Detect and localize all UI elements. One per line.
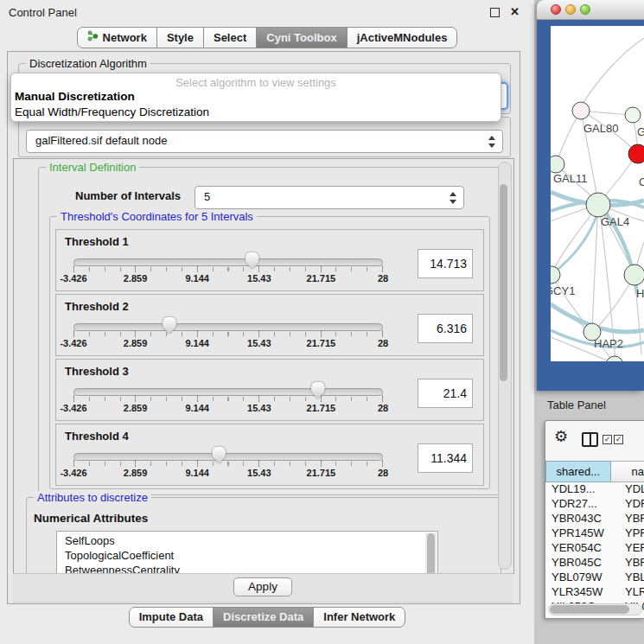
table-data-combobox[interactable]: galFiltered.sif default node xyxy=(26,130,503,153)
threshold-slider[interactable]: -3.4262.8599.14415.4321.71528 xyxy=(73,317,383,352)
attributes-group: Attributes to discretize Numerical Attri… xyxy=(26,497,501,574)
tick-label: 15.43 xyxy=(247,338,271,348)
slider-thumb-shape xyxy=(163,317,176,334)
stepper-arrows-icon[interactable] xyxy=(450,192,456,204)
checkbox-icon[interactable]: ✓ xyxy=(614,435,623,444)
tab-jactivemnodules-label: jActiveMNodules xyxy=(357,31,448,44)
bottom-tab-discretize-data[interactable]: Discretize Data xyxy=(213,607,314,628)
slider-thumb[interactable] xyxy=(245,252,259,269)
tick-label: -3.426 xyxy=(60,403,86,413)
network-node[interactable] xyxy=(625,107,641,123)
threshold-value-input[interactable]: 11.344 xyxy=(418,443,473,473)
slider-minor-ticks xyxy=(73,332,383,336)
slider-thumb[interactable] xyxy=(163,317,176,334)
tab-style[interactable]: Style xyxy=(156,27,204,48)
tab-select[interactable]: Select xyxy=(203,27,257,48)
list-scrollbar[interactable] xyxy=(425,532,437,574)
tab-style-label: Style xyxy=(167,31,194,44)
checkbox-icons[interactable]: ✓ ✓ xyxy=(603,435,623,444)
table-rows: YDL19...YDL1YDR27...YDR2YBR043CYBR0YPR14… xyxy=(546,482,644,618)
network-node-h[interactable] xyxy=(624,265,644,285)
table-cell-shared-name: YPR145W xyxy=(546,526,618,541)
table-panel-title: Table Panel xyxy=(547,399,606,411)
algorithm-dropdown-popup: Select algorithm to view settings Manual… xyxy=(10,73,501,122)
dropdown-option-manual-discretization[interactable]: Manual Discretization xyxy=(11,89,501,105)
threshold-value-input[interactable]: 6.316 xyxy=(418,314,473,343)
threshold-slider[interactable]: -3.4262.8599.14415.4321.71528 xyxy=(73,447,383,481)
network-edge xyxy=(595,276,634,330)
thresholds-group-title: Threshold's Coordinates for 5 Intervals xyxy=(57,210,257,223)
stepper-arrows-icon[interactable] xyxy=(488,136,495,148)
network-node-gal4[interactable] xyxy=(586,193,610,217)
table-row[interactable]: YBR043CYBR0 xyxy=(546,512,644,526)
float-window-icon[interactable] xyxy=(490,8,500,17)
checkbox-icon[interactable]: ✓ xyxy=(603,435,612,444)
right-region: GAL80 GAL11 GAL4 GCY1 HAP2 G C H Table P… xyxy=(534,0,644,644)
threshold-slider[interactable]: -3.4262.8599.14415.4321.71528 xyxy=(73,382,383,417)
slider-tick-labels: -3.4262.8599.14415.4321.71528 xyxy=(73,468,383,479)
dropdown-option-equal-width-frequency[interactable]: Equal Width/Frequency Discretization xyxy=(11,105,501,120)
threshold-value-input[interactable]: 21.4 xyxy=(418,379,473,408)
apply-button[interactable]: Apply xyxy=(233,577,292,596)
tick-label: -3.426 xyxy=(60,338,86,348)
tab-network-label: Network xyxy=(103,31,147,44)
network-edge xyxy=(583,38,644,104)
top-tab-bar: NetworkStyleSelectCyni ToolboxjActiveMNo… xyxy=(0,27,534,48)
table-row[interactable]: YDL19...YDL1 xyxy=(546,482,644,497)
network-node[interactable] xyxy=(606,356,623,361)
table-row[interactable]: YBL079WYBL0 xyxy=(546,571,644,585)
table-row[interactable]: YPR145WYPR1 xyxy=(546,526,644,541)
network-node-red[interactable] xyxy=(628,144,644,163)
table-data-group: Table Data galFiltered.sif default node xyxy=(18,117,511,157)
bottom-tab-infer-network[interactable]: Infer Network xyxy=(313,607,405,628)
tick-label: 2.859 xyxy=(124,273,148,284)
close-traffic-light-icon[interactable] xyxy=(551,4,561,15)
attribute-list-item[interactable]: TopologicalCoefficient xyxy=(57,548,437,563)
column-layout-icon[interactable] xyxy=(582,432,598,447)
threshold-box-3: Threshold 3-3.4262.8599.14415.4321.71528… xyxy=(55,359,484,421)
table-row[interactable]: YER054CYER0 xyxy=(546,541,644,556)
slider-thumb-shape xyxy=(212,447,226,463)
attribute-list-item[interactable]: SelfLoops xyxy=(57,533,437,548)
table-row[interactable]: YDR27...YDR2 xyxy=(546,497,644,512)
gear-icon[interactable]: ⚙ xyxy=(554,429,568,444)
table-horizontal-scrollbar[interactable] xyxy=(548,603,642,615)
network-canvas[interactable]: GAL80 GAL11 GAL4 GCY1 HAP2 G C H xyxy=(551,26,644,361)
table-cell-shared-name: YBR045C xyxy=(546,556,618,571)
network-node-gal80[interactable] xyxy=(572,102,590,119)
table-row[interactable]: YLR345WYLR3 xyxy=(546,585,644,600)
frame-scrollbar[interactable] xyxy=(498,162,512,570)
tick-label: -3.426 xyxy=(60,273,86,284)
threshold-value-input[interactable]: 14.713 xyxy=(418,249,473,278)
number-of-intervals-combobox[interactable]: 5 xyxy=(194,186,464,209)
slider-thumb[interactable] xyxy=(212,447,226,463)
zoom-traffic-light-icon[interactable] xyxy=(580,4,590,15)
numerical-attributes-label: Numerical Attributes xyxy=(34,512,148,525)
network-window-titlebar[interactable] xyxy=(537,0,644,20)
tab-cyni-toolbox[interactable]: Cyni Toolbox xyxy=(256,27,347,48)
tick-label: 28 xyxy=(378,273,388,284)
tick-label: 2.859 xyxy=(124,468,148,478)
node-label-gal11: GAL11 xyxy=(553,172,588,185)
tick-label: 2.859 xyxy=(124,338,148,348)
slider-minor-ticks xyxy=(73,267,383,271)
tab-jactivemnodules[interactable]: jActiveMNodules xyxy=(347,27,458,48)
tab-network[interactable]: Network xyxy=(77,27,157,48)
slider-thumb[interactable] xyxy=(311,382,325,399)
slider-minor-ticks xyxy=(73,462,383,466)
slider-thumb-shape xyxy=(245,252,259,269)
bottom-tab-impute-data[interactable]: Impute Data xyxy=(129,607,214,628)
column-header-name[interactable]: na xyxy=(611,461,644,482)
threshold-list: Threshold 1-3.4262.8599.14415.4321.71528… xyxy=(50,229,489,486)
thresholds-group: Threshold's Coordinates for 5 Intervals … xyxy=(49,216,490,489)
threshold-box-1: Threshold 1-3.4262.8599.14415.4321.71528… xyxy=(55,229,484,291)
table-row[interactable]: YBR045CYBR0 xyxy=(546,556,644,571)
minimize-traffic-light-icon[interactable] xyxy=(565,4,576,15)
table-data-value: galFiltered.sif default node xyxy=(35,134,167,147)
tick-label: 9.144 xyxy=(185,273,209,284)
node-label-clipped-h: H xyxy=(636,287,644,300)
close-icon[interactable]: ✕ xyxy=(510,5,520,18)
network-node-gal11[interactable] xyxy=(551,156,564,173)
column-header-shared-name[interactable]: shared... xyxy=(545,461,611,482)
threshold-slider[interactable]: -3.4262.8599.14415.4321.71528 xyxy=(73,252,383,287)
